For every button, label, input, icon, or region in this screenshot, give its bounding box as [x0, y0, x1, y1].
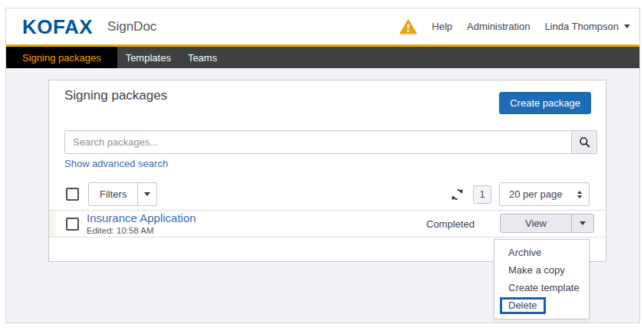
menu-item-create-template[interactable]: Create template	[495, 279, 589, 296]
list-toolbar: Filters 1	[64, 182, 597, 206]
status-label: Completed	[426, 218, 475, 230]
chevron-down-icon	[624, 25, 630, 28]
refresh-icon[interactable]	[450, 188, 465, 201]
user-menu[interactable]: Linda Thompson	[544, 21, 630, 32]
advanced-search-link[interactable]: Show advanced search	[64, 158, 168, 169]
package-info: Insurance Application Edited: 10:58 AM	[87, 212, 196, 235]
delete-highlight-box: Delete	[500, 297, 546, 314]
tab-teams[interactable]: Teams	[179, 47, 225, 68]
filters-button[interactable]: Filters	[88, 182, 138, 206]
warning-triangle-icon[interactable]	[399, 19, 417, 34]
user-name: Linda Thompson	[544, 21, 619, 32]
actions-dropdown-menu: Archive Make a copy Create template Dele…	[494, 239, 590, 319]
header-links: Help Administration Linda Thompson	[399, 19, 630, 34]
help-link[interactable]: Help	[432, 21, 452, 32]
chevron-down-icon	[144, 192, 150, 196]
filters-dropdown-button[interactable]	[137, 182, 157, 206]
chevron-down-icon	[580, 221, 586, 225]
search-input[interactable]	[64, 130, 572, 154]
select-all-checkbox[interactable]	[66, 188, 79, 201]
signing-packages-panel: Signing packages Create package Show adv…	[48, 80, 606, 262]
view-split-button: View	[500, 214, 594, 233]
view-dropdown-button[interactable]	[571, 214, 594, 233]
top-header: KOFAX SignDoc Help Administration Linda …	[6, 8, 639, 44]
search-button[interactable]	[571, 130, 597, 154]
page-number[interactable]: 1	[473, 185, 491, 204]
filters-split-button: Filters	[88, 182, 157, 206]
search-bar	[64, 130, 597, 154]
edited-timestamp: Edited: 10:58 AM	[87, 226, 196, 235]
up-down-arrows-icon	[577, 191, 582, 198]
pagination-controls: 1 20 per page	[450, 182, 590, 206]
package-row: Insurance Application Edited: 10:58 AM C…	[49, 210, 606, 237]
menu-item-archive[interactable]: Archive	[495, 244, 589, 261]
page-title: Signing packages	[64, 88, 167, 103]
administration-link[interactable]: Administration	[467, 21, 530, 32]
create-package-button[interactable]: Create package	[499, 92, 591, 114]
content-area: Signing packages Create package Show adv…	[6, 68, 639, 323]
view-button[interactable]: View	[500, 214, 572, 233]
row-checkbox[interactable]	[66, 218, 79, 231]
per-page-select[interactable]: 20 per page	[499, 182, 590, 206]
search-icon	[579, 136, 590, 148]
app-window: KOFAX SignDoc Help Administration Linda …	[5, 8, 640, 323]
main-nav: Signing packages Templates Teams	[6, 47, 639, 68]
package-link[interactable]: Insurance Application	[87, 212, 196, 224]
product-name: SignDoc	[107, 19, 156, 34]
tab-signing-packages[interactable]: Signing packages	[6, 47, 117, 68]
menu-item-delete[interactable]: Delete	[495, 296, 589, 314]
tab-templates[interactable]: Templates	[117, 47, 179, 68]
per-page-value: 20 per page	[509, 188, 562, 200]
kofax-logo: KOFAX	[22, 17, 93, 37]
status-stripe	[49, 211, 55, 237]
menu-item-make-a-copy[interactable]: Make a copy	[495, 261, 589, 279]
